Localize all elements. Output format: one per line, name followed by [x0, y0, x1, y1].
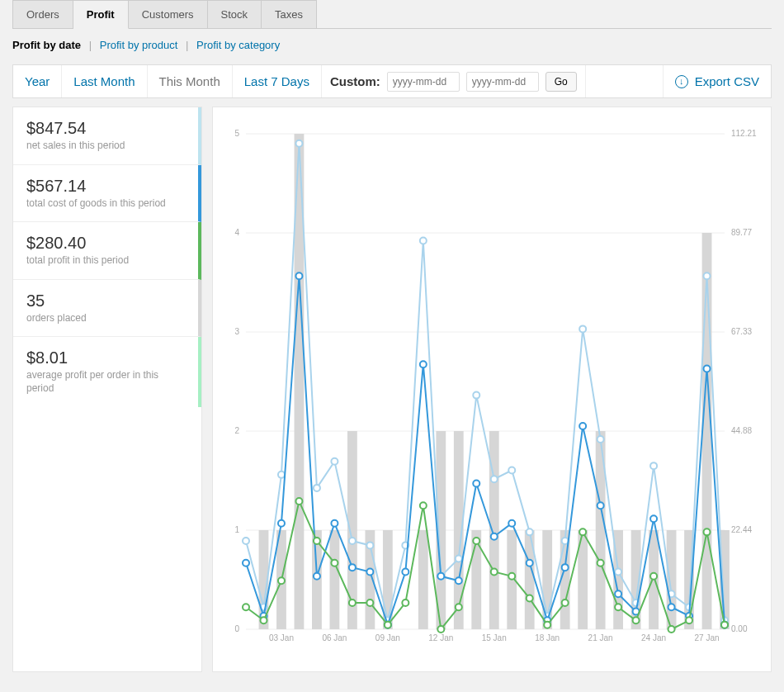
point [508, 520, 515, 527]
svg-text:27 Jan: 27 Jan [695, 633, 720, 642]
sub-filter-links: Profit by date | Profit by product | Pro… [12, 29, 772, 64]
point [721, 622, 728, 628]
svg-text:24 Jan: 24 Jan [641, 633, 666, 642]
point [331, 458, 338, 465]
stat-card[interactable]: $567.14total cost of goods in this perio… [13, 165, 201, 223]
point [437, 573, 444, 580]
point [491, 568, 498, 575]
point [491, 476, 498, 482]
point [420, 502, 427, 509]
point [473, 392, 479, 399]
stat-card[interactable]: $847.54net sales in this period [13, 107, 201, 165]
point [491, 533, 498, 540]
svg-text:12 Jan: 12 Jan [428, 633, 453, 642]
tab-customers[interactable]: Customers [129, 0, 208, 28]
point [295, 498, 302, 505]
bar [702, 233, 712, 629]
svg-text:5: 5 [234, 129, 239, 138]
stats-sidebar: $847.54net sales in this period$567.14to… [12, 107, 202, 672]
svg-text:09 Jan: 09 Jan [375, 633, 400, 642]
point [295, 140, 302, 147]
svg-text:21 Jan: 21 Jan [588, 633, 613, 642]
svg-text:1: 1 [234, 525, 239, 534]
stat-value: $567.14 [26, 177, 185, 196]
go-button[interactable]: Go [545, 72, 577, 92]
range-tab-last-month[interactable]: Last Month [62, 65, 147, 97]
svg-text:0: 0 [234, 624, 239, 633]
stat-value: 35 [26, 291, 185, 310]
point [508, 573, 515, 580]
tab-taxes[interactable]: Taxes [262, 0, 317, 28]
point [314, 538, 320, 544]
point [704, 273, 711, 279]
sublink-profit-by-category[interactable]: Profit by category [196, 39, 280, 51]
export-label: Export CSV [695, 74, 759, 88]
stat-card[interactable]: 35orders placed [13, 280, 201, 338]
svg-text:18 Jan: 18 Jan [535, 633, 560, 642]
point [704, 366, 711, 372]
point [243, 560, 249, 566]
tab-stock[interactable]: Stock [208, 0, 262, 28]
point [597, 436, 604, 443]
custom-end-input[interactable] [466, 72, 539, 92]
point [243, 604, 249, 610]
point [527, 595, 533, 602]
point [314, 573, 320, 580]
tab-profit[interactable]: Profit [73, 0, 129, 29]
point [473, 538, 479, 544]
stat-value: $280.40 [26, 234, 185, 253]
bar [418, 530, 428, 629]
point [402, 568, 409, 575]
tab-orders[interactable]: Orders [12, 0, 73, 28]
point [331, 520, 338, 527]
stat-label: net sales in this period [26, 140, 185, 153]
svg-text:3: 3 [234, 327, 239, 336]
stat-value: $8.01 [26, 348, 185, 367]
svg-text:06 Jan: 06 Jan [322, 633, 347, 642]
point [278, 577, 285, 584]
custom-start-input[interactable] [387, 72, 460, 92]
date-range-bar: YearLast MonthThis MonthLast 7 Days Cust… [12, 64, 772, 98]
point [686, 617, 692, 623]
point [615, 568, 621, 575]
point [366, 542, 373, 548]
point [562, 564, 569, 571]
profit-chart: 00.00122.44244.88367.33489.775112.2103 J… [220, 117, 764, 662]
point [527, 528, 533, 535]
svg-text:03 Jan: 03 Jan [269, 633, 294, 642]
svg-text:4: 4 [234, 228, 239, 237]
point [562, 600, 569, 606]
svg-text:2: 2 [234, 426, 239, 435]
download-icon: ↓ [675, 75, 688, 88]
svg-text:15 Jan: 15 Jan [482, 633, 507, 642]
bar [330, 530, 340, 629]
point [508, 467, 515, 474]
point [650, 462, 657, 469]
stat-label: total profit in this period [26, 254, 185, 268]
point [420, 361, 427, 367]
point [668, 626, 675, 633]
range-tab-year[interactable]: Year [13, 65, 62, 97]
chart-container: 00.00122.44244.88367.33489.775112.2103 J… [212, 107, 772, 672]
stat-card[interactable]: $280.40total profit in this period [13, 222, 201, 280]
stat-card[interactable]: $8.01average profit per order in this pe… [13, 337, 201, 406]
point [295, 273, 302, 279]
point [668, 604, 675, 610]
point [579, 528, 586, 535]
point [597, 560, 604, 566]
point [597, 502, 604, 509]
point [278, 520, 285, 527]
point [544, 622, 550, 628]
point [704, 528, 711, 535]
sublink-active: Profit by date [12, 39, 81, 51]
point [349, 538, 356, 544]
point [456, 555, 462, 562]
sublink-profit-by-product[interactable]: Profit by product [100, 39, 178, 51]
svg-text:22.44: 22.44 [731, 525, 752, 534]
point [314, 485, 320, 491]
range-tab-last-7-days[interactable]: Last 7 Days [233, 65, 322, 97]
export-csv-button[interactable]: ↓ Export CSV [663, 65, 771, 97]
range-tab-this-month[interactable]: This Month [148, 65, 233, 97]
point [615, 604, 621, 610]
point [349, 600, 356, 606]
